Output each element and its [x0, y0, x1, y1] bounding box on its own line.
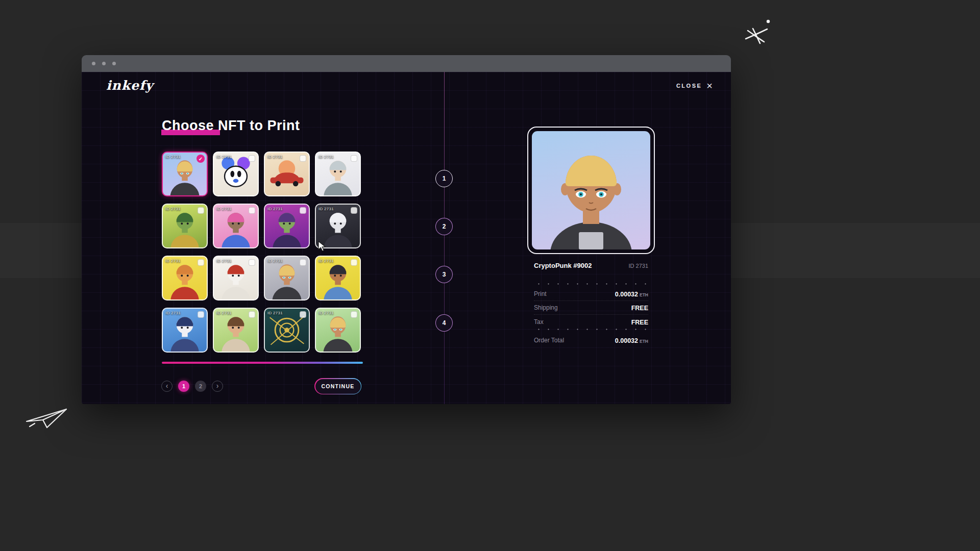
window-titlebar	[82, 55, 731, 72]
checkbox-empty[interactable]	[198, 259, 204, 266]
nft-id-label: ID 2731	[267, 311, 283, 315]
progress-bar	[162, 362, 363, 364]
nft-id-label: ID 2731	[318, 259, 334, 263]
order-row-value: FREE	[631, 303, 648, 312]
nft-tile[interactable]: ID 2731	[315, 256, 361, 300]
desktop-background: inkefy CLOSE × Choose NFT to Print ID 27…	[0, 0, 980, 551]
nft-id-label: ID 2731	[318, 311, 334, 315]
checkbox-empty[interactable]	[300, 155, 306, 162]
order-row-label: Tax	[534, 318, 544, 325]
step-indicator-1[interactable]: 1	[435, 170, 453, 187]
nft-tile[interactable]: ID 2731	[315, 308, 361, 353]
nft-tile[interactable]: ID 2731	[162, 204, 208, 248]
pagination-page-1[interactable]: 1	[178, 381, 189, 392]
app-window: inkefy CLOSE × Choose NFT to Print ID 27…	[82, 55, 731, 404]
mouse-cursor	[317, 241, 328, 252]
checkbox-empty[interactable]	[198, 207, 204, 214]
nft-tile[interactable]: ID 2731	[213, 256, 259, 300]
sparkle-icon	[743, 15, 774, 46]
app-logo: inkefy	[106, 78, 153, 93]
nft-id-label: ID 2731	[165, 207, 181, 211]
order-row-shipping: ShippingFREE	[534, 301, 648, 315]
order-rows: Print0.00032ETHShippingFREETaxFREE	[534, 287, 648, 329]
checkbox-empty[interactable]	[351, 259, 357, 266]
window-control-dot[interactable]	[112, 62, 116, 65]
pagination-page-2[interactable]: 2	[195, 381, 206, 392]
pagination-next-button[interactable]: ›	[212, 381, 223, 392]
close-icon: ×	[706, 82, 713, 89]
nft-id-label: ID 2731	[216, 311, 232, 315]
window-control-dot[interactable]	[92, 62, 95, 65]
order-total-value: 0.00032	[615, 337, 638, 344]
order-row-label: Shipping	[534, 304, 558, 311]
pagination-prev-button[interactable]: ‹	[161, 381, 173, 392]
checkbox-empty[interactable]	[351, 311, 357, 318]
nft-id-label: ID 2731	[628, 263, 648, 269]
nft-id-label: ID 2731	[165, 259, 181, 263]
nft-tile[interactable]: ID 2731	[264, 308, 310, 353]
checkbox-empty[interactable]	[249, 311, 255, 318]
nft-id-label: ID 2731	[318, 155, 334, 159]
nft-id-label: ID 2731	[216, 155, 232, 159]
nft-tile[interactable]: ID 2731	[162, 308, 208, 353]
order-row-tax: TaxFREE	[534, 315, 648, 329]
order-row-value: FREE	[631, 317, 648, 327]
nft-avatar-art	[532, 131, 650, 249]
nft-tile[interactable]: ID 2731	[213, 152, 259, 196]
close-button[interactable]: CLOSE ×	[676, 82, 713, 89]
nft-tile[interactable]: ID 2731	[315, 152, 361, 196]
nft-tile[interactable]: ID 2731	[264, 204, 310, 248]
order-total-unit: ETH	[640, 339, 648, 344]
paper-plane-icon	[24, 406, 68, 431]
nft-id-label: ID 2731	[165, 155, 181, 159]
page-title: Choose NFT to Print	[162, 118, 300, 134]
nft-preview-image	[532, 131, 650, 249]
nft-id-label: ID 2731	[165, 311, 181, 315]
continue-button[interactable]: CONTINUE	[314, 378, 361, 394]
continue-label: CONTINUE	[315, 379, 361, 394]
nft-id-label: ID 2731	[318, 207, 334, 211]
checkbox-empty[interactable]	[300, 311, 306, 318]
order-total-row: Order Total 0.00032ETH	[534, 334, 648, 347]
order-row-print: Print0.00032ETH	[534, 287, 648, 301]
nft-tile[interactable]: ID 2731	[162, 256, 208, 300]
nft-grid: ID 2731✓ ID 2731 ID 2731 ID 2731 ID 2731…	[162, 152, 361, 353]
nft-name: CryptoPunk #9002	[534, 262, 592, 269]
checkbox-empty[interactable]	[300, 259, 306, 266]
app-body: inkefy CLOSE × Choose NFT to Print ID 27…	[82, 72, 731, 404]
dotted-separator	[534, 329, 648, 330]
step-indicator-2[interactable]: 2	[435, 218, 453, 235]
nft-tile[interactable]: ID 2731	[264, 152, 310, 196]
nft-preview-card	[527, 127, 655, 254]
nft-id-label: ID 2731	[267, 207, 283, 211]
checkbox-empty[interactable]	[351, 155, 357, 162]
order-row-value: 0.00032ETH	[615, 289, 648, 298]
step-indicator-3[interactable]: 3	[435, 266, 453, 283]
nft-meta-row: CryptoPunk #9002 ID 2731	[527, 262, 655, 269]
checkbox-empty[interactable]	[300, 207, 306, 214]
nft-tile[interactable]: ID 2731	[264, 256, 310, 300]
selected-check-icon: ✓	[197, 155, 205, 163]
order-total-amount: 0.00032ETH	[615, 336, 648, 345]
pagination: ‹12›	[161, 381, 223, 392]
title-block: Choose NFT to Print	[162, 118, 300, 134]
step-divider-line	[444, 72, 445, 404]
checkbox-empty[interactable]	[249, 207, 255, 214]
checkbox-empty[interactable]	[249, 155, 255, 162]
nft-tile[interactable]: ID 2731	[213, 308, 259, 353]
checkbox-empty[interactable]	[198, 311, 204, 318]
nft-id-label: ID 2731	[216, 259, 232, 263]
dotted-separator	[534, 283, 648, 285]
close-label: CLOSE	[676, 83, 702, 89]
order-total-label: Order Total	[534, 337, 564, 344]
order-row-label: Print	[534, 290, 547, 297]
nft-id-label: ID 2731	[267, 155, 283, 159]
window-control-dot[interactable]	[102, 62, 106, 65]
checkbox-empty[interactable]	[351, 207, 357, 214]
nft-id-label: ID 2731	[216, 207, 232, 211]
step-indicator-4[interactable]: 4	[435, 314, 453, 332]
checkbox-empty[interactable]	[249, 259, 255, 266]
nft-id-label: ID 2731	[267, 259, 283, 263]
nft-tile[interactable]: ID 2731✓	[162, 152, 208, 196]
nft-tile[interactable]: ID 2731	[213, 204, 259, 248]
